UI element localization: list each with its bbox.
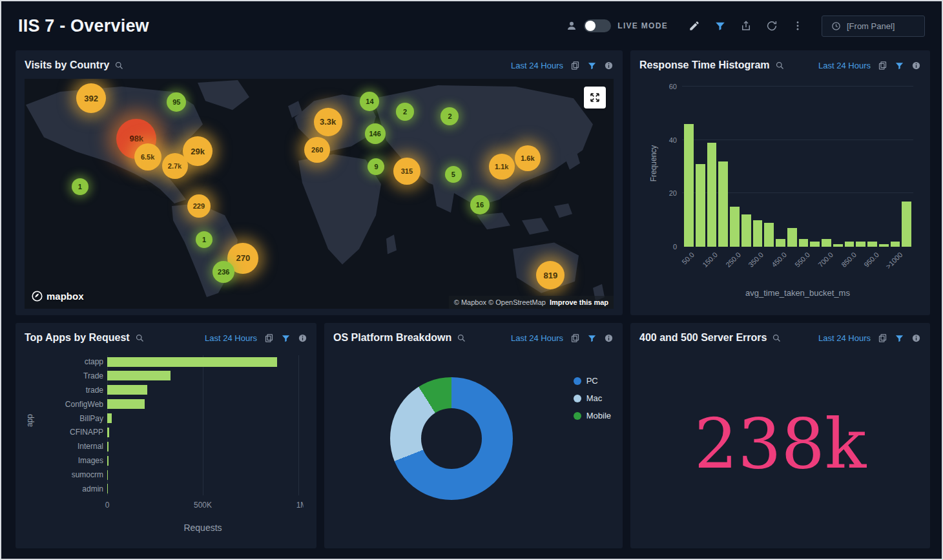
- map-attribution: © Mapbox © OpenStreetMap Improve this ma…: [449, 296, 614, 309]
- legend-dot: [574, 412, 581, 420]
- info-icon[interactable]: [604, 61, 614, 70]
- expand-icon[interactable]: [584, 87, 606, 109]
- live-mode-toggle[interactable]: [584, 19, 611, 32]
- info-icon[interactable]: [911, 61, 921, 70]
- map-bubble[interactable]: 2: [440, 107, 459, 125]
- copy-icon[interactable]: [264, 333, 274, 343]
- app-bar-row: [107, 384, 298, 397]
- panel-top-apps: Top Apps by Request Last 24 Hours: [16, 323, 316, 548]
- zoom-icon[interactable]: [457, 333, 466, 343]
- time-range-link[interactable]: Last 24 Hours: [205, 333, 257, 343]
- app-bar-row: [107, 482, 298, 495]
- copy-icon[interactable]: [878, 61, 887, 70]
- map-bubble[interactable]: 14: [360, 92, 379, 111]
- filter-icon[interactable]: [895, 333, 904, 343]
- info-icon[interactable]: [604, 333, 614, 343]
- map-bubble[interactable]: 392: [76, 83, 106, 113]
- map-bubble[interactable]: 3.3k: [314, 108, 342, 136]
- panel-actions: Last 24 Hours: [511, 61, 614, 70]
- donut-chart[interactable]: [390, 377, 513, 500]
- map-bubble[interactable]: 95: [167, 92, 186, 112]
- share-icon[interactable]: [740, 20, 752, 32]
- info-icon[interactable]: [298, 333, 307, 343]
- app-bar: [107, 442, 109, 451]
- map-bubble[interactable]: 236: [212, 261, 234, 283]
- filter-icon[interactable]: [714, 20, 726, 32]
- zoom-icon[interactable]: [114, 61, 124, 70]
- map-bubble[interactable]: 260: [304, 137, 330, 163]
- map-bubble[interactable]: 16: [470, 195, 490, 214]
- map-bubble[interactable]: 1.1k: [489, 154, 515, 180]
- user-icon[interactable]: [566, 20, 577, 32]
- app-bar-row: [107, 454, 298, 467]
- filter-icon[interactable]: [587, 333, 597, 343]
- time-range-link[interactable]: Last 24 Hours: [818, 333, 871, 343]
- legend-item[interactable]: PC: [574, 376, 611, 386]
- map-bubble[interactable]: 1.6k: [515, 145, 541, 171]
- panel-title: Response Time Histogram: [639, 59, 785, 71]
- legend-item[interactable]: Mac: [574, 393, 611, 403]
- zoom-icon[interactable]: [135, 333, 145, 343]
- app-category-label: Trade: [39, 369, 103, 382]
- panel-os-breakdown: OS Platform Breakdown Last 24 Hours: [324, 323, 623, 548]
- map-bubble[interactable]: 29k: [183, 136, 212, 166]
- y-axis-label: app: [25, 395, 34, 446]
- app-bar: [107, 357, 277, 367]
- app-bar-row: [107, 355, 298, 368]
- panel-header: Response Time Histogram Last 24 Hours: [639, 57, 921, 74]
- panel-visits-by-country: Visits by Country Last 24 Hours: [16, 50, 623, 315]
- filter-icon[interactable]: [281, 333, 291, 343]
- histogram-bar: [867, 242, 877, 247]
- kebab-menu-icon[interactable]: [792, 20, 803, 32]
- x-axis-label: avg_time_taken_bucket_ms: [682, 288, 913, 298]
- time-range-link[interactable]: Last 24 Hours: [511, 333, 563, 343]
- map-bubble[interactable]: 6.5k: [134, 143, 161, 171]
- map-bubble[interactable]: 2: [396, 103, 414, 121]
- toolbar-icons: [689, 20, 803, 32]
- time-range-selector[interactable]: [From Panel]: [822, 16, 925, 37]
- map-bubble[interactable]: 315: [393, 158, 420, 185]
- histogram-bar: [764, 223, 774, 247]
- histogram-bar: [787, 228, 797, 247]
- zoom-icon[interactable]: [772, 333, 782, 343]
- copy-icon[interactable]: [878, 333, 887, 343]
- legend-item[interactable]: Mobile: [574, 411, 611, 420]
- map-bubble[interactable]: 819: [536, 261, 565, 289]
- copy-icon[interactable]: [570, 333, 580, 343]
- attribution-text[interactable]: © Mapbox © OpenStreetMap: [454, 298, 546, 306]
- filter-icon[interactable]: [895, 61, 904, 70]
- histogram-bar: [776, 239, 785, 247]
- world-map[interactable]: 3929598k6.5k2.7k29k3.3k1414622260931551.…: [25, 79, 614, 309]
- header-controls: LIVE MODE: [566, 16, 925, 37]
- copy-icon[interactable]: [570, 61, 580, 70]
- legend-dot: [574, 377, 581, 385]
- mapbox-icon: [31, 290, 43, 302]
- map-bubble[interactable]: 1: [196, 231, 212, 248]
- time-range-link[interactable]: Last 24 Hours: [511, 61, 563, 70]
- improve-map-link[interactable]: Improve this map: [550, 298, 608, 306]
- app-bar: [107, 456, 109, 466]
- mapbox-logo[interactable]: mapbox: [31, 290, 84, 302]
- app-bar: [107, 428, 109, 437]
- filter-icon[interactable]: [587, 61, 597, 70]
- histogram-bar: [753, 220, 763, 247]
- x-axis-label: Requests: [107, 523, 298, 533]
- zoom-icon[interactable]: [775, 61, 785, 70]
- histogram-plot: 0204060: [682, 87, 913, 247]
- map-bubble[interactable]: 9: [368, 158, 384, 175]
- info-icon[interactable]: [911, 333, 921, 343]
- map-bubble[interactable]: 1: [72, 178, 88, 195]
- map-bubble[interactable]: 229: [187, 194, 211, 218]
- map-bubble[interactable]: 5: [445, 166, 462, 183]
- panel-header: Visits by Country Last 24 Hours: [25, 57, 614, 74]
- apps-xticks: 0500K1M: [107, 501, 298, 512]
- histogram-bar: [845, 242, 855, 247]
- histogram-bar: [707, 143, 717, 247]
- time-range-link[interactable]: Last 24 Hours: [818, 61, 871, 70]
- toggle-knob: [585, 21, 596, 31]
- legend-label: PC: [586, 376, 598, 386]
- refresh-icon[interactable]: [766, 20, 778, 32]
- legend-label: Mac: [586, 393, 603, 403]
- map-bubble[interactable]: 146: [365, 123, 386, 144]
- edit-icon[interactable]: [689, 20, 700, 32]
